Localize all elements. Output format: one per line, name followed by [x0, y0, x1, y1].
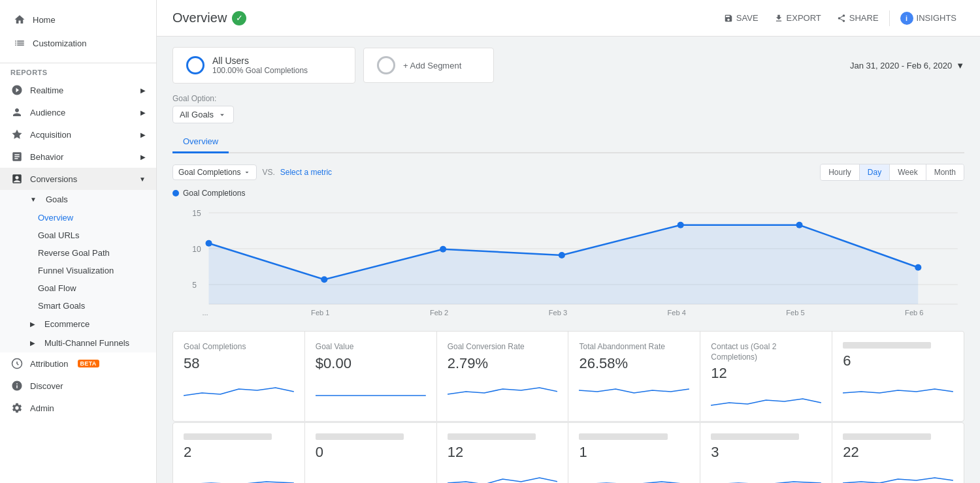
svg-text:Feb 5: Feb 5	[786, 309, 804, 317]
metrics-grid-row1: Goal Completions 58 Goal Value $0.00	[172, 331, 964, 422]
conversions-icon	[10, 172, 24, 185]
sidebar-item-acquisition-label: Acquisition	[30, 130, 71, 140]
metric-value-r2-1: 2	[184, 444, 294, 461]
svg-text:Feb 1: Feb 1	[311, 309, 329, 317]
sidebar-item-realtime[interactable]: Realtime ▶	[0, 79, 156, 101]
metric-value-1: 58	[184, 355, 294, 372]
date-range-picker[interactable]: Jan 31, 2020 - Feb 6, 2020 ▼	[850, 61, 964, 70]
svg-text:Feb 2: Feb 2	[430, 309, 448, 317]
chart-point-0	[206, 240, 212, 247]
multichannel-arrow-icon: ▶	[30, 339, 35, 347]
insights-button[interactable]: i INSIGHTS	[892, 8, 964, 29]
sidebar-item-smart-goals[interactable]: Smart Goals	[38, 297, 156, 315]
time-btn-month[interactable]: Month	[926, 164, 964, 180]
metric-label-4: Total Abandonment Rate	[579, 342, 689, 352]
metric-card-r2-2: 0	[305, 423, 436, 483]
sidebar-conversions-label: Conversions	[30, 174, 77, 184]
sidebar-item-multichannel[interactable]: ▶ Multi-Channel Funnels	[20, 334, 156, 352]
sidebar-item-discover[interactable]: Discover	[0, 375, 156, 397]
sidebar-item-acquisition[interactable]: Acquisition ▶	[0, 123, 156, 146]
sidebar-item-realtime-label: Realtime	[30, 86, 63, 95]
sidebar-item-home[interactable]: Home	[10, 8, 146, 31]
metric-value-r2-6: 22	[843, 444, 953, 461]
mini-chart-r2-2	[316, 466, 426, 483]
metric-card-r2-4: 1	[568, 423, 700, 483]
discover-icon	[10, 379, 24, 392]
admin-label: Admin	[30, 403, 54, 413]
sidebar-item-behavior[interactable]: Behavior ▶	[0, 146, 156, 168]
blurred-r2-2	[316, 433, 404, 440]
attribution-label: Attribution	[30, 359, 69, 369]
sidebar-item-ecommerce[interactable]: ▶ Ecommerce	[20, 315, 156, 334]
realtime-icon	[10, 84, 24, 97]
sidebar-item-customization[interactable]: Customization	[10, 31, 146, 55]
tab-overview[interactable]: Overview	[172, 131, 229, 153]
chart-fill	[209, 225, 919, 304]
time-btn-day[interactable]: Day	[860, 164, 890, 180]
chart-container: 15 10 5	[172, 203, 964, 320]
sidebar-item-conversions[interactable]: Conversions ▼	[0, 168, 156, 190]
topbar-actions: SAVE EXPORT SHARE i INSIGHTS	[716, 8, 964, 29]
metric-label-5: Contact us (Goal 2 Completions)	[711, 342, 821, 362]
tabs-bar: Overview	[172, 131, 964, 153]
mini-chart-4	[579, 377, 689, 401]
goal-option-select[interactable]: All Goals	[172, 106, 234, 123]
all-users-segment[interactable]: All Users 100.00% Goal Completions	[172, 47, 355, 84]
mini-chart-6	[843, 375, 953, 398]
share-button[interactable]: SHARE	[829, 9, 887, 27]
blurred-label-6	[843, 342, 931, 349]
add-segment-circle	[377, 56, 395, 74]
metric-label-1: Goal Completions	[184, 342, 294, 352]
mini-chart-r2-3	[448, 466, 558, 483]
metric-card-goal-completions: Goal Completions 58	[173, 332, 304, 421]
mini-chart-1	[184, 377, 294, 401]
mini-chart-r2-4	[579, 466, 689, 483]
audience-icon	[10, 106, 24, 119]
add-segment-card[interactable]: + Add Segment	[363, 48, 494, 83]
reports-label: REPORTS	[0, 63, 156, 79]
metric-card-abandonment: Total Abandonment Rate 26.58%	[568, 332, 700, 421]
sidebar-item-goal-urls[interactable]: Goal URLs	[38, 226, 156, 244]
metric-value-r2-3: 12	[448, 444, 558, 461]
export-button[interactable]: EXPORT	[766, 9, 829, 27]
metric-selector[interactable]: Goal Completions	[172, 164, 257, 180]
time-buttons: Hourly Day Week Month	[820, 164, 964, 181]
sidebar-item-overview[interactable]: Overview	[38, 209, 156, 226]
metric-card-r2-1: 2	[173, 423, 304, 483]
select-metric-link[interactable]: Select a metric	[280, 168, 332, 177]
svg-text:Feb 6: Feb 6	[905, 309, 923, 317]
time-btn-week[interactable]: Week	[890, 164, 926, 180]
sidebar-item-reverse-goal-path[interactable]: Reverse Goal Path	[38, 244, 156, 262]
sidebar-item-goal-flow[interactable]: Goal Flow	[38, 279, 156, 297]
sidebar-item-admin[interactable]: Admin	[0, 397, 156, 419]
svg-text:15: 15	[192, 209, 201, 218]
sidebar-item-attribution[interactable]: Attribution BETA	[0, 352, 156, 375]
page-title: Overview ✓	[172, 10, 716, 25]
sidebar-item-audience[interactable]: Audience ▶	[0, 101, 156, 123]
save-button[interactable]: SAVE	[716, 9, 766, 27]
mini-chart-r2-6	[843, 466, 953, 483]
chart-svg: 15 10 5	[172, 203, 964, 320]
attribution-icon	[10, 357, 24, 370]
svg-text:10: 10	[192, 245, 201, 254]
audience-arrow: ▶	[140, 109, 146, 116]
topbar: Overview ✓ SAVE EXPORT SHARE i INSIGHTS	[157, 0, 980, 37]
metric-value-3: 2.79%	[448, 355, 558, 372]
sidebar-item-goals[interactable]: ▼ Goals	[20, 190, 156, 209]
segment-bar: All Users 100.00% Goal Completions + Add…	[172, 47, 964, 84]
metric-value-6: 6	[843, 352, 953, 369]
multichannel-label: Multi-Channel Funnels	[44, 338, 129, 348]
sidebar-item-audience-label: Audience	[30, 108, 65, 117]
metric-label-3: Goal Conversion Rate	[448, 342, 558, 352]
chart-point-2	[440, 246, 446, 253]
blurred-r2-6	[843, 433, 931, 440]
admin-icon	[10, 401, 24, 414]
chart-point-3	[559, 252, 565, 258]
metric-card-r2-5: 3	[700, 423, 832, 483]
time-btn-hourly[interactable]: Hourly	[821, 164, 860, 180]
chart-legend: Goal Completions	[172, 189, 964, 198]
svg-text:Feb 4: Feb 4	[667, 309, 685, 317]
sidebar-item-funnel-visualization[interactable]: Funnel Visualization	[38, 262, 156, 279]
sidebar: Home Customization REPORTS Realtime ▶ Au…	[0, 0, 157, 483]
metric-value-r2-2: 0	[316, 444, 426, 461]
